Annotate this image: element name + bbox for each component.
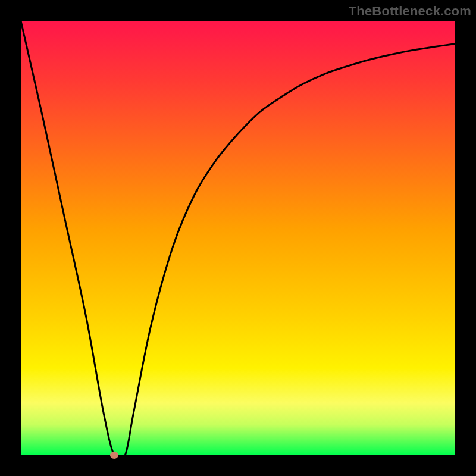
marker-dot <box>110 452 118 459</box>
curve-svg <box>21 21 455 455</box>
bottleneck-curve <box>21 21 455 461</box>
plot-area <box>21 21 455 455</box>
watermark: TheBottleneck.com <box>349 4 471 19</box>
chart-frame: TheBottleneck.com <box>0 0 476 476</box>
